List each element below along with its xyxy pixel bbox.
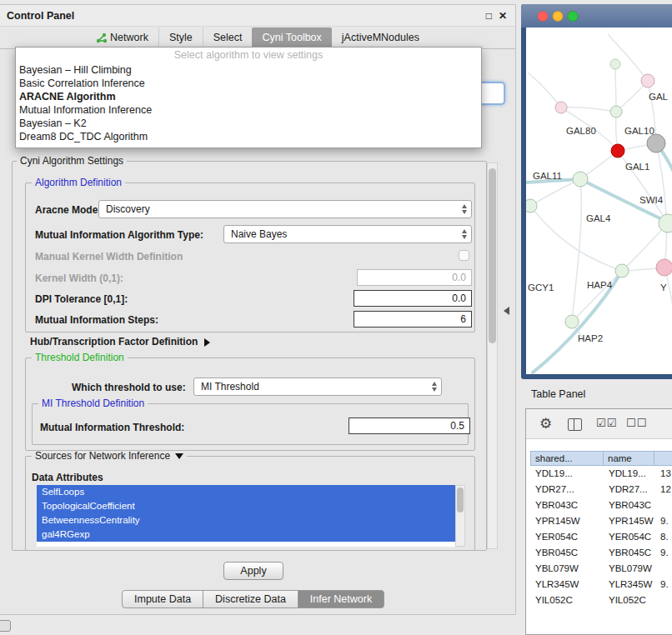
list-item[interactable]: SelfLoops — [37, 485, 455, 499]
control-panel-window: Control Panel □ ✕ Network Style Select C… — [0, 4, 516, 615]
tab-network[interactable]: Network — [86, 28, 158, 48]
kernel-width-field[interactable]: 0.0 — [357, 269, 472, 286]
tab-style[interactable]: Style — [158, 28, 203, 48]
table-row[interactable]: YDR27...YDR27...12 — [530, 482, 672, 498]
columns-icon[interactable] — [568, 418, 582, 431]
cell[interactable]: YBR045C — [530, 545, 604, 561]
cell[interactable] — [655, 498, 672, 513]
column-header-name[interactable]: name — [603, 451, 654, 466]
hub-tf-section-toggle[interactable]: Hub/Transcription Factor Definition — [30, 336, 210, 348]
list-item[interactable]: BetweennessCentrality — [37, 513, 455, 528]
table-row[interactable]: YER054CYER054C8. — [530, 529, 672, 545]
cell[interactable]: YPR145W — [604, 513, 655, 529]
zoom-window-icon[interactable] — [568, 12, 578, 22]
node-selected-red[interactable] — [611, 144, 624, 158]
list-item[interactable]: TopologicalCoefficient — [37, 499, 455, 513]
apply-button[interactable]: Apply — [223, 562, 283, 580]
mi-threshold-legend: MI Threshold Definition — [38, 398, 148, 409]
mi-type-combobox[interactable]: Naive Bayes — [223, 225, 472, 243]
cell[interactable]: YER054C — [604, 529, 655, 545]
cell[interactable]: YDL19... — [604, 466, 655, 482]
node[interactable] — [526, 199, 537, 212]
dpi-tolerance-field[interactable]: 0.0 — [354, 290, 472, 307]
cell[interactable]: YDL19... — [530, 466, 604, 482]
close-icon[interactable]: ✕ — [499, 10, 507, 22]
table-row[interactable]: YPR145WYPR145W9. — [530, 513, 672, 529]
table-row[interactable]: YDL19...YDL19...13 — [530, 466, 672, 482]
cell[interactable]: YBR045C — [604, 545, 655, 561]
tab-jactivemodules[interactable]: jActiveMNodules — [332, 28, 429, 48]
cell[interactable]: YDR27... — [530, 482, 604, 498]
minimized-window-icon[interactable] — [0, 620, 11, 632]
cell[interactable]: YIL052C — [604, 592, 655, 608]
cell[interactable]: 9. — [655, 513, 672, 529]
node[interactable] — [615, 264, 629, 278]
column-header-partial[interactable] — [654, 451, 672, 466]
tab-discretize-data[interactable]: Discretize Data — [203, 590, 298, 608]
mi-threshold-field[interactable]: 0.5 — [349, 418, 470, 434]
cell[interactable] — [655, 592, 672, 608]
node[interactable] — [555, 102, 567, 113]
close-window-icon[interactable] — [538, 12, 548, 22]
cell[interactable]: 9. — [655, 577, 672, 592]
node-pink[interactable] — [656, 259, 672, 276]
which-threshold-combobox[interactable]: MI Threshold — [193, 378, 442, 396]
cell[interactable]: YPR145W — [530, 513, 604, 529]
settings-scrollbar-thumb[interactable] — [489, 168, 496, 343]
cell[interactable]: YLR345W — [604, 577, 655, 592]
cell[interactable]: YBL079W — [530, 561, 604, 577]
deselect-all-icon[interactable]: ☐☐ — [626, 417, 647, 429]
node[interactable] — [565, 315, 579, 328]
gear-icon[interactable]: ⚙ — [539, 415, 552, 432]
mi-steps-field[interactable]: 6 — [354, 311, 472, 328]
select-all-icon[interactable]: ☑☑ — [596, 417, 617, 429]
attribute-list-scrollbar-thumb[interactable] — [457, 488, 464, 512]
manual-kernel-checkbox[interactable] — [459, 250, 469, 261]
cell[interactable]: YER054C — [530, 529, 604, 545]
column-header-shared-name[interactable]: shared... — [530, 451, 604, 466]
cell[interactable]: YBR043C — [604, 498, 655, 513]
cell[interactable]: YLR345W — [530, 577, 604, 592]
dropdown-option[interactable]: Basic Correlation Inference — [16, 77, 481, 90]
tab-jactivemodules-label: jActiveMNodules — [342, 32, 419, 43]
cell[interactable]: 8. — [655, 529, 672, 545]
dropdown-option[interactable]: Bayesian – K2 — [16, 117, 481, 130]
node[interactable] — [610, 59, 620, 69]
dropdown-option[interactable]: Dream8 DC_TDC Algorithm — [16, 130, 481, 143]
aracne-mode-value: Discovery — [99, 203, 150, 215]
tab-impute-data[interactable]: Impute Data — [122, 590, 203, 608]
cell[interactable]: YBR043C — [530, 498, 604, 513]
float-window-icon[interactable]: □ — [486, 10, 492, 22]
table-row[interactable]: YBR043CYBR043C — [530, 498, 672, 513]
tab-select[interactable]: Select — [203, 28, 253, 48]
table-row[interactable]: YIL052CYIL052C — [530, 592, 672, 608]
aracne-mode-combobox[interactable]: Discovery — [98, 200, 472, 218]
dropdown-option[interactable]: Mutual Information Inference — [16, 103, 481, 117]
table-row[interactable]: YBL079WYBL079W — [530, 561, 672, 577]
cell[interactable]: 9. — [655, 545, 672, 561]
node[interactable] — [610, 106, 622, 118]
panel-splitter-collapse-icon[interactable] — [504, 307, 509, 315]
node[interactable] — [573, 172, 588, 187]
network-canvas[interactable]: GAL GAL80 GAL10 GAL1 GAL11 SWI4 GAL4 GCY… — [526, 28, 672, 374]
cell[interactable] — [655, 561, 672, 577]
attribute-list-scrollbar[interactable] — [455, 485, 465, 547]
settings-scrollbar[interactable] — [487, 162, 498, 549]
node-label: GAL11 — [533, 171, 562, 181]
cell[interactable]: 12 — [655, 482, 672, 498]
minimize-window-icon[interactable] — [553, 12, 563, 22]
cell[interactable]: YIL052C — [530, 592, 604, 608]
list-item[interactable]: gal4RGexp — [37, 528, 455, 542]
node-gray[interactable] — [647, 134, 665, 152]
cell[interactable]: 13 — [655, 466, 672, 482]
tab-infer-network[interactable]: Infer Network — [298, 590, 384, 608]
tab-cyni-toolbox[interactable]: Cyni Toolbox — [252, 28, 331, 48]
table-row[interactable]: YBR045CYBR045C9. — [530, 545, 672, 561]
node[interactable] — [641, 74, 654, 88]
table-row[interactable]: YLR345WYLR345W9. — [530, 577, 672, 592]
cell[interactable]: YBL079W — [604, 561, 655, 577]
dropdown-option-selected[interactable]: ARACNE Algorithm — [16, 90, 481, 103]
dropdown-option[interactable]: Bayesian – Hill Climbing — [16, 63, 481, 77]
cell[interactable]: YDR27... — [604, 482, 655, 498]
sources-legend-toggle[interactable]: Sources for Network Inference — [32, 451, 187, 462]
